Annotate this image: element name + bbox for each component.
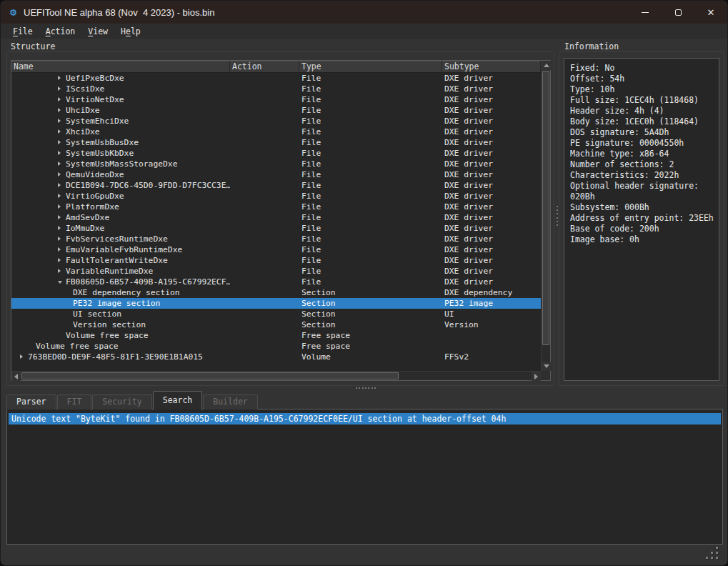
- tree-cell-name: DXE dependency section: [11, 287, 230, 298]
- expander-collapsed-icon[interactable]: [58, 247, 61, 252]
- expander-collapsed-icon[interactable]: [58, 237, 61, 241]
- tree-row[interactable]: FB08605D-6B57-409B-A195-C67992ECF…FileDX…: [11, 277, 541, 287]
- pane-splitter-handle[interactable]: [356, 387, 376, 389]
- tree-row[interactable]: UI sectionSectionUI: [11, 309, 541, 319]
- menu-item-help[interactable]: Help: [114, 26, 147, 37]
- vertical-scroll-thumb[interactable]: [542, 71, 549, 345]
- tree-cell-name: SystemUsbMassStorageDxe: [11, 159, 230, 169]
- bottom-tab-bar: ParserFITSecuritySearchBuilder: [6, 391, 259, 409]
- expander-collapsed-icon[interactable]: [58, 258, 61, 262]
- tab-search[interactable]: Search: [153, 391, 203, 409]
- horizontal-scroll-thumb[interactable]: [21, 372, 399, 379]
- tree-cell-subtype: DXE driver: [442, 277, 541, 287]
- tree-row[interactable]: SystemUsbBusDxeFileDXE driver: [11, 137, 541, 148]
- info-line: Base of code: 200h: [570, 224, 714, 234]
- window-resize-grip-icon[interactable]: [706, 547, 721, 562]
- tree-row[interactable]: XhciDxeFileDXE driver: [11, 126, 541, 137]
- expander-collapsed-icon[interactable]: [58, 172, 61, 177]
- tree-row[interactable]: UefiPxeBcDxeFileDXE driver: [11, 73, 541, 84]
- panel-splitter-handle[interactable]: [556, 206, 558, 226]
- scroll-right-button[interactable]: [532, 372, 541, 381]
- menu-item-file[interactable]: File: [6, 26, 39, 37]
- tree-vertical-scrollbar[interactable]: [541, 61, 550, 371]
- minimize-button[interactable]: [629, 1, 662, 24]
- tree-row[interactable]: DCE1B094-7DC6-45D0-9FDD-D7FC3CC3E…FileDX…: [11, 180, 541, 191]
- tab-fit[interactable]: FIT: [57, 394, 92, 409]
- close-icon: ✕: [707, 8, 715, 17]
- tree-row[interactable]: 763BED0D-DE9F-48F5-81F1-3E90E1B1A015Volu…: [11, 352, 541, 362]
- expander-collapsed-icon[interactable]: [58, 129, 61, 134]
- expander-collapsed-icon[interactable]: [58, 162, 61, 166]
- expander-collapsed-icon[interactable]: [58, 151, 61, 155]
- information-text-area[interactable]: Fixed: NoOffset: 54hType: 10hFull size: …: [564, 58, 719, 381]
- tree-row[interactable]: PE32 image sectionSectionPE32 image: [11, 298, 541, 309]
- info-line: Subsystem: 000Bh: [570, 202, 714, 213]
- tree-row[interactable]: VariableRuntimeDxeFileDXE driver: [11, 266, 541, 277]
- expander-collapsed-icon[interactable]: [58, 226, 61, 230]
- tree-cell-name: SystemUsbKbDxe: [11, 148, 230, 159]
- expander-collapsed-icon[interactable]: [58, 183, 61, 187]
- maximize-button[interactable]: [662, 1, 694, 24]
- expander-collapsed-icon[interactable]: [58, 108, 61, 112]
- search-result-row[interactable]: Unicode text "ByteKit" found in FB08605D…: [9, 413, 721, 424]
- expander-collapsed-icon[interactable]: [58, 194, 61, 198]
- tree-cell-action: [230, 234, 299, 244]
- tree-cell-subtype: DXE driver: [442, 180, 541, 191]
- tree-cell-subtype: DXE driver: [442, 244, 541, 255]
- tree-cell-name: IoMmuDxe: [11, 223, 230, 234]
- menu-mnemonic: A: [46, 26, 51, 36]
- tree-row[interactable]: QemuVideoDxeFileDXE driver: [11, 169, 541, 180]
- tree-row[interactable]: Volume free spaceFree space: [11, 330, 541, 341]
- tree-body: UefiPxeBcDxeFileDXE driverIScsiDxeFileDX…: [11, 73, 541, 371]
- expander-collapsed-icon[interactable]: [58, 215, 61, 219]
- tree-row[interactable]: VirtioGpuDxeFileDXE driver: [11, 191, 541, 202]
- tree-row[interactable]: PlatformDxeFileDXE driver: [11, 202, 541, 212]
- tree-row[interactable]: SystemUsbMassStorageDxeFileDXE driver: [11, 159, 541, 169]
- tree-row[interactable]: DXE dependency sectionSectionDXE depende…: [11, 287, 541, 298]
- tab-parser[interactable]: Parser: [6, 394, 56, 409]
- tab-security[interactable]: Security: [92, 394, 151, 409]
- column-header-type[interactable]: Type: [299, 61, 442, 72]
- column-header-name[interactable]: Name: [11, 61, 230, 72]
- column-header-action[interactable]: Action: [230, 61, 299, 72]
- menu-item-action[interactable]: Action: [39, 26, 82, 37]
- tab-builder[interactable]: Builder: [203, 394, 257, 409]
- tree-row[interactable]: SystemEhciDxeFileDXE driver: [11, 116, 541, 126]
- tree-row[interactable]: FvbServicesRuntimeDxeFileDXE driver: [11, 234, 541, 244]
- scroll-left-button[interactable]: [11, 372, 21, 381]
- tree-row[interactable]: EmuVariableFvbRuntimeDxeFileDXE driver: [11, 244, 541, 255]
- expander-collapsed-icon[interactable]: [58, 269, 61, 273]
- tree-cell-name: Volume free space: [11, 330, 230, 341]
- tree-row[interactable]: IoMmuDxeFileDXE driver: [11, 223, 541, 234]
- tree-cell-name: VirtioGpuDxe: [11, 191, 230, 202]
- menu-item-view[interactable]: View: [81, 26, 114, 37]
- tree-row[interactable]: AmdSevDxeFileDXE driver: [11, 212, 541, 223]
- expander-collapsed-icon[interactable]: [58, 86, 61, 91]
- tree-cell-action: [230, 255, 299, 266]
- tree-cell-action: [230, 148, 299, 159]
- tree-row[interactable]: FaultTolerantWriteDxeFileDXE driver: [11, 255, 541, 266]
- expander-collapsed-icon[interactable]: [58, 119, 61, 123]
- tree-row[interactable]: SystemUsbKbDxeFileDXE driver: [11, 148, 541, 159]
- tree-cell-name: UI section: [11, 309, 230, 319]
- expander-collapsed-icon[interactable]: [58, 97, 61, 101]
- tree-row[interactable]: UhciDxeFileDXE driver: [11, 105, 541, 116]
- expander-collapsed-icon[interactable]: [20, 354, 23, 359]
- tree-row[interactable]: Volume free spaceFree space: [11, 341, 541, 352]
- tree-row[interactable]: Version sectionSectionVersion: [11, 319, 541, 330]
- tree-cell-name: 763BED0D-DE9F-48F5-81F1-3E90E1B1A015: [11, 352, 230, 362]
- expander-collapsed-icon[interactable]: [58, 76, 61, 80]
- expander-collapsed-icon[interactable]: [58, 204, 61, 209]
- minimize-icon: [642, 12, 649, 13]
- scroll-up-button[interactable]: [542, 61, 551, 70]
- search-results-pane: Unicode text "ByteKit" found in FB08605D…: [6, 409, 723, 545]
- tree-row[interactable]: IScsiDxeFileDXE driver: [11, 84, 541, 94]
- scroll-down-button[interactable]: [542, 362, 551, 371]
- expander-expanded-icon[interactable]: [58, 281, 62, 284]
- app-gear-icon: ⚙: [10, 7, 16, 18]
- column-header-subtype[interactable]: Subtype: [442, 61, 541, 72]
- tree-horizontal-scrollbar[interactable]: [11, 371, 541, 380]
- expander-collapsed-icon[interactable]: [58, 140, 61, 144]
- close-button[interactable]: ✕: [694, 1, 727, 24]
- tree-row[interactable]: VirtioNetDxeFileDXE driver: [11, 94, 541, 105]
